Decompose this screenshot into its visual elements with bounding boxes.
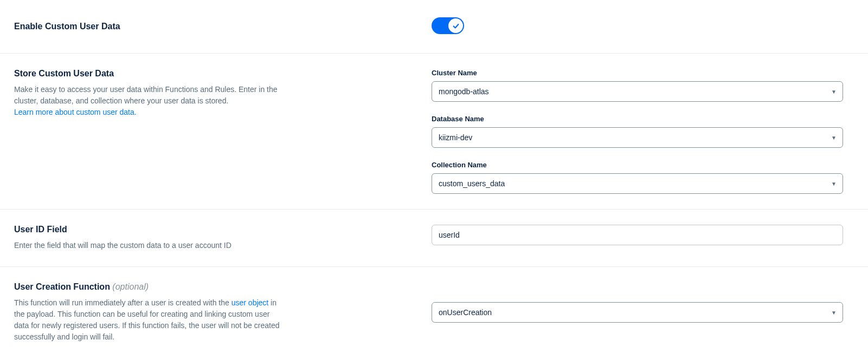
enable-toggle[interactable] — [432, 17, 464, 34]
database-name-select[interactable]: kiizmi-dev — [432, 127, 843, 148]
cluster-name-label: Cluster Name — [432, 69, 843, 77]
creationfn-description: This function will run immediately after… — [14, 297, 285, 343]
store-desc-text: Make it easy to access your user data wi… — [14, 85, 278, 105]
collection-name-value: custom_users_data — [439, 179, 505, 188]
cluster-name-select[interactable]: mongodb-atlas — [432, 81, 843, 102]
store-title: Store Custom User Data — [14, 69, 410, 79]
toggle-knob — [448, 18, 463, 33]
check-icon — [452, 22, 460, 30]
store-custom-user-data-section: Store Custom User Data Make it easy to a… — [0, 54, 868, 210]
cluster-name-value: mongodb-atlas — [439, 87, 489, 96]
creationfn-desc-pre: This function will run immediately after… — [14, 298, 232, 307]
collection-name-select[interactable]: custom_users_data — [432, 173, 843, 194]
enable-title: Enable Custom User Data — [14, 22, 410, 31]
collection-name-label: Collection Name — [432, 161, 843, 169]
store-description: Make it easy to access your user data wi… — [14, 84, 285, 118]
creationfn-value: onUserCreation — [439, 308, 492, 317]
learn-more-link[interactable]: Learn more about custom user data. — [14, 108, 137, 116]
database-name-label: Database Name — [432, 115, 843, 123]
database-name-value: kiizmi-dev — [439, 133, 472, 142]
optional-label: (optional) — [112, 282, 149, 291]
user-id-field-input[interactable] — [432, 225, 843, 245]
enable-custom-user-data-section: Enable Custom User Data — [0, 0, 868, 54]
creationfn-title-text: User Creation Function — [14, 282, 112, 291]
user-id-field-section: User ID Field Enter the field that will … — [0, 210, 868, 267]
user-creation-function-section: User Creation Function (optional) This f… — [0, 267, 868, 353]
userid-title: User ID Field — [14, 225, 410, 234]
user-creation-function-select[interactable]: onUserCreation — [432, 302, 843, 323]
user-object-link[interactable]: user object — [232, 298, 268, 307]
userid-description: Enter the field that will map the custom… — [14, 240, 285, 251]
creationfn-title: User Creation Function (optional) — [14, 282, 410, 292]
